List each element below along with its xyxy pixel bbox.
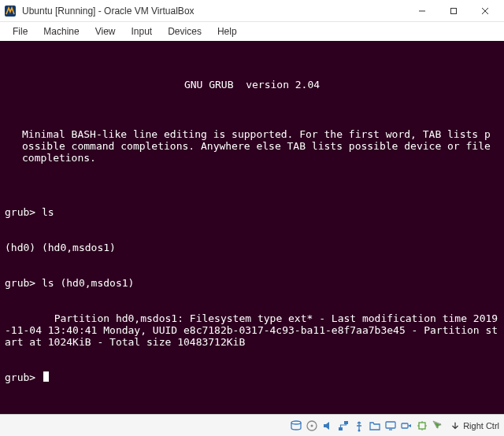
window-title: Ubuntu [Running] - Oracle VM VirtualBox [22, 6, 406, 17]
menu-bar: File Machine View Input Devices Help [0, 22, 504, 41]
recording-icon[interactable] [399, 419, 413, 433]
menu-view[interactable]: View [87, 24, 124, 39]
arrow-down-icon [450, 420, 461, 431]
mouse-integration-icon[interactable] [431, 419, 445, 433]
host-key-indicator[interactable]: Right Ctrl [450, 420, 499, 431]
close-button[interactable] [469, 1, 501, 21]
console-line: Partition hd0,msdos1: Filesystem type ex… [5, 312, 499, 348]
window-controls [406, 1, 501, 21]
grub-prompt: grub> [5, 371, 42, 383]
maximize-button[interactable] [438, 1, 469, 21]
network-icon[interactable] [336, 419, 350, 433]
console-line: (hd0) (hd0,msdos1) [5, 242, 499, 253]
shared-folders-icon[interactable] [368, 419, 382, 433]
svg-rect-2 [451, 8, 457, 13]
cursor [43, 371, 49, 382]
svg-point-7 [311, 424, 313, 427]
console-line: grub> ls [5, 206, 499, 218]
console-line: grub> ls (hd0,msdos1) [5, 277, 499, 289]
usb-icon[interactable] [352, 419, 366, 433]
menu-help[interactable]: Help [209, 24, 245, 39]
host-key-label: Right Ctrl [463, 421, 499, 430]
svg-rect-13 [402, 423, 408, 428]
console-line: grub> [5, 371, 499, 383]
audio-icon[interactable] [321, 419, 335, 433]
status-bar: Right Ctrl [0, 414, 504, 436]
svg-point-10 [358, 429, 361, 431]
optical-disk-icon[interactable] [305, 419, 319, 433]
svg-rect-8 [339, 427, 343, 430]
grub-help-text: Minimal BASH-like line editing is suppor… [22, 128, 491, 164]
svg-rect-9 [344, 421, 348, 424]
display-icon[interactable] [384, 419, 398, 433]
svg-rect-14 [419, 423, 425, 429]
menu-machine[interactable]: Machine [35, 24, 87, 39]
hard-disk-icon[interactable] [289, 419, 303, 433]
menu-devices[interactable]: Devices [160, 24, 209, 39]
svg-point-5 [291, 421, 301, 424]
title-bar: Ubuntu [Running] - Oracle VM VirtualBox [0, 0, 504, 22]
vm-console[interactable]: GNU GRUB version 2.04 Minimal BASH-like … [0, 41, 504, 414]
grub-header: GNU GRUB version 2.04 [5, 79, 499, 91]
virtualbox-icon [3, 4, 17, 18]
svg-rect-11 [386, 422, 395, 428]
menu-file[interactable]: File [5, 24, 35, 39]
guest-cpu-icon[interactable] [415, 419, 429, 433]
minimize-button[interactable] [406, 1, 438, 21]
menu-input[interactable]: Input [124, 24, 161, 39]
